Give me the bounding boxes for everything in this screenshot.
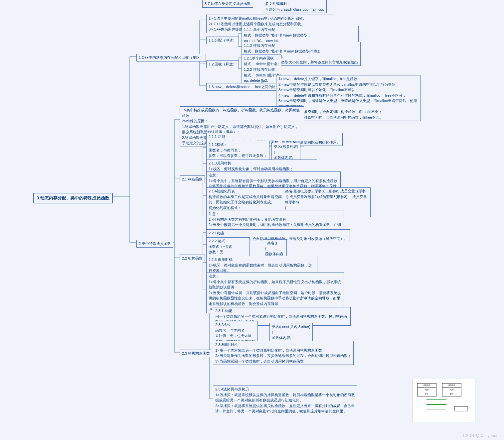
node-1-1: 1.1.分配（申请） bbox=[206, 37, 239, 44]
node-5-7: 5.7 如何在类外定义成员函数 bbox=[202, 0, 253, 8]
node-2: 2.类中特殊成员函数 bbox=[136, 240, 173, 248]
root-node: 3.动态内存分配、类中的特殊成员函数 bbox=[33, 193, 113, 203]
node-2-3: 2.3 拷贝构造函数 bbox=[180, 350, 212, 357]
deepcopy-thumbnail: nameageptr nameageptr bbox=[412, 379, 475, 422]
node-2-3-4: 2.3.4浅拷贝与深拷贝 1>浅拷贝：就是系统默认提供的拷贝构造函数，拷贝构造函… bbox=[213, 385, 357, 415]
node-2-3-3: 2.3.3调用时机 1>用一个类对象给另一个类对象初始化时，自动调用拷贝构造函数… bbox=[213, 341, 354, 365]
node-5-7-note: 多文件编译时： 可以分为 class.h class.cpp main.cpp bbox=[263, 0, 327, 13]
svg-rect-47 bbox=[454, 406, 468, 411]
node-2-1: 2.1 构造函数 bbox=[180, 175, 205, 183]
node-1: 1.C++中的动态内存分配和回收（堆区） bbox=[136, 54, 206, 61]
node-1-2: 1.2.回收（释放） bbox=[206, 60, 239, 68]
node-1-3: 1.3.new、 delete和malloc、 free之间的区别 bbox=[206, 83, 282, 91]
watermark: CSDN @Dai_yahong bbox=[463, 433, 501, 438]
node-2-2: 2.2 析构函数 bbox=[180, 255, 205, 262]
